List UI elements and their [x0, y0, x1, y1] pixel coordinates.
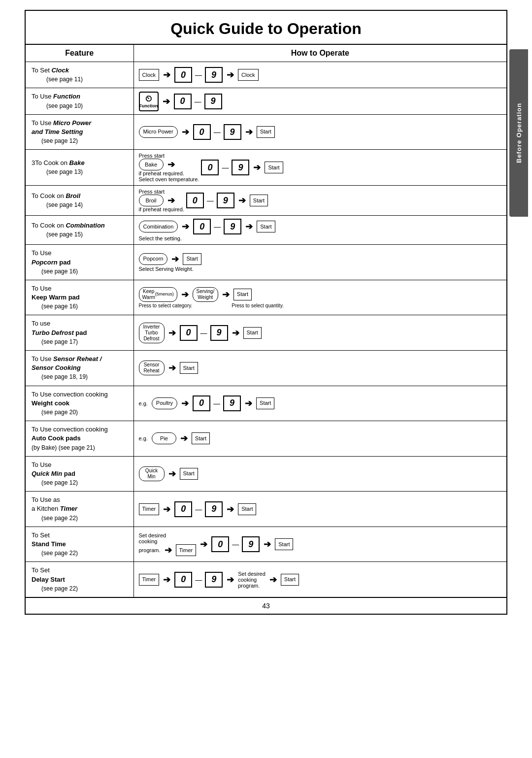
nine-key: 9 — [205, 572, 223, 588]
guide-table: Feature How to Operate To Set Clock (see… — [25, 44, 507, 598]
start-key: Start — [257, 221, 275, 232]
operation-cell-quick-min: QuickMin ➔ Start — [133, 456, 507, 492]
zero-key: 0 — [186, 193, 204, 208]
arrow: ➔ — [232, 328, 239, 338]
arrow: ➔ — [181, 398, 189, 409]
popcorn-key: Popcorn — [139, 253, 168, 265]
arrow: ➔ — [264, 539, 271, 550]
serving-weight-key: Serving/Weight — [193, 287, 218, 302]
arrow: ➔ — [165, 545, 172, 556]
feature-cell-stand-time: To Set Stand Time (see page 22) — [25, 527, 133, 562]
header-feature: Feature — [25, 44, 133, 62]
feature-label: Auto Cook pads — [32, 434, 81, 442]
arrow: ➔ — [238, 195, 246, 206]
arrow: ➔ — [182, 127, 189, 137]
operation-cell-micro-power: Micro Power ➔ 0 — 9 ➔ Start — [133, 114, 507, 150]
nine-key: 9 — [204, 94, 222, 109]
start-key: Start — [180, 468, 198, 480]
arrow: ➔ — [167, 159, 175, 170]
bake-key: Bake — [139, 159, 164, 170]
arrow: ➔ — [200, 539, 207, 550]
table-row: To Use Quick Min pad (see page 12) Quick… — [25, 456, 507, 492]
arrow: ➔ — [227, 69, 234, 80]
feature-cell-sensor-reheat: To Use Sensor Reheat /Sensor Cooking (se… — [25, 351, 133, 386]
feature-cell-combination: To Cook on Combination (see page 15) — [25, 216, 133, 245]
feature-cell-turbo-defrost: To use Turbo Defrost pad (see page 17) — [25, 315, 133, 351]
keep-warm-key: KeepWarm(5menus) — [139, 287, 177, 302]
quick-min-key: QuickMin — [139, 466, 165, 481]
arrow: ➔ — [167, 195, 175, 206]
table-row: To Cook on Combination (see page 15) Com… — [25, 216, 507, 245]
feature-label: Sensor Reheat /Sensor Cooking — [32, 355, 101, 371]
dash: — — [195, 71, 202, 79]
feature-label: Quick Min — [32, 470, 62, 477]
feature-cell-delay-start: To Set Delay Start (see page 22) — [25, 562, 133, 597]
arrow: ➔ — [163, 504, 170, 515]
feature-cell-micro-power: To Use Micro Powerand Time Setting (see … — [25, 114, 133, 150]
inverter-turbo-defrost-key: InverterTurboDefrost — [139, 323, 165, 343]
feature-label: Combination — [66, 222, 104, 229]
operation-cell-bake: Press start Bake ➔ if preheat required. … — [133, 150, 507, 186]
table-row: To Use convection cooking Weight cook (s… — [25, 386, 507, 421]
operation-cell-weight-cook: e.g. Poultry ➔ 0 — 9 ➔ Start — [133, 386, 507, 421]
combination-key: Combination — [139, 221, 178, 232]
start-key: Start — [180, 362, 198, 374]
zero-key: 0 — [193, 395, 210, 411]
arrow: ➔ — [168, 328, 176, 338]
arrow: ➔ — [163, 69, 170, 80]
zero-key: 0 — [180, 325, 198, 341]
feature-label: Bake — [69, 159, 85, 166]
clock-key-start: Clock — [139, 69, 160, 81]
nine-key: 9 — [210, 325, 228, 341]
zero-key: 0 — [174, 94, 192, 109]
operation-cell-broil: Press start Broil ➔ if preheat required.… — [133, 186, 507, 216]
start-key: Start — [192, 432, 210, 444]
arrow: ➔ — [227, 574, 234, 585]
feature-label: Popcorn — [32, 259, 58, 266]
page-title: Quick Guide to Operation — [25, 10, 507, 44]
operation-cell-delay-start: Timer ➔ 0 — 9 ➔ Set desired cooking prog… — [133, 562, 507, 597]
zero-key: 0 — [174, 67, 192, 83]
feature-label: Timer — [60, 505, 77, 512]
dash: — — [232, 540, 239, 548]
table-row: To Use as a Kitchen Timer (see page 22) … — [25, 492, 507, 527]
table-row: To Use Micro Powerand Time Setting (see … — [25, 114, 507, 150]
zero-key: 0 — [211, 536, 229, 552]
nine-key: 9 — [224, 124, 241, 140]
op-row: Press start Bake ➔ if preheat required. … — [139, 153, 502, 182]
arrow: ➔ — [163, 574, 170, 585]
zero-key: 0 — [201, 160, 219, 175]
table-row: To Set Stand Time (see page 22) Set desi… — [25, 527, 507, 562]
operation-cell-keep-warm: KeepWarm(5menus) ➔ Serving/Weight ➔ Star… — [133, 280, 507, 315]
arrow: ➔ — [171, 254, 179, 264]
feature-label: Clock — [51, 66, 68, 74]
table-row: 3To Cook on Bake (see page 13) Press sta… — [25, 150, 507, 186]
dash: — — [222, 164, 229, 171]
start-key: Start — [275, 538, 293, 550]
start-key: Start — [256, 397, 274, 409]
operation-cell-combination: Combination ➔ 0 — 9 ➔ Start Select the s… — [133, 216, 507, 245]
dash: — — [195, 505, 202, 513]
dash: — — [195, 576, 202, 584]
arrow: ➔ — [163, 96, 170, 107]
operation-cell-stand-time: Set desired cooking program. ➔ Timer ➔ 0… — [133, 527, 507, 562]
table-row: To Cook on Broil (see page 14) Press sta… — [25, 186, 507, 216]
dash: — — [213, 399, 220, 407]
start-key: Start — [233, 289, 252, 300]
op-row: Clock ➔ 0 — 9 ➔ Clock — [139, 67, 502, 83]
clock-key-end: Clock — [238, 69, 259, 81]
arrow: ➔ — [168, 468, 176, 479]
start-key: Start — [183, 253, 201, 265]
arrow: ➔ — [245, 127, 253, 137]
arrow: ➔ — [245, 398, 252, 409]
arrow: ➔ — [181, 289, 189, 300]
side-tab: Before Operation — [509, 49, 528, 217]
table-row: To Set Clock (see page 11) Clock ➔ 0 — 9… — [25, 62, 507, 88]
op-row: Micro Power ➔ 0 — 9 ➔ Start — [139, 124, 502, 140]
feature-cell-quick-min: To Use Quick Min pad (see page 12) — [25, 456, 133, 492]
zero-key: 0 — [174, 501, 192, 517]
dash: — — [207, 197, 214, 204]
operation-cell-turbo-defrost: InverterTurboDefrost ➔ 0 — 9 ➔ Start — [133, 315, 507, 351]
feature-cell-use-function: To Use Function (see page 10) — [25, 88, 133, 114]
start-key: Start — [265, 162, 283, 173]
